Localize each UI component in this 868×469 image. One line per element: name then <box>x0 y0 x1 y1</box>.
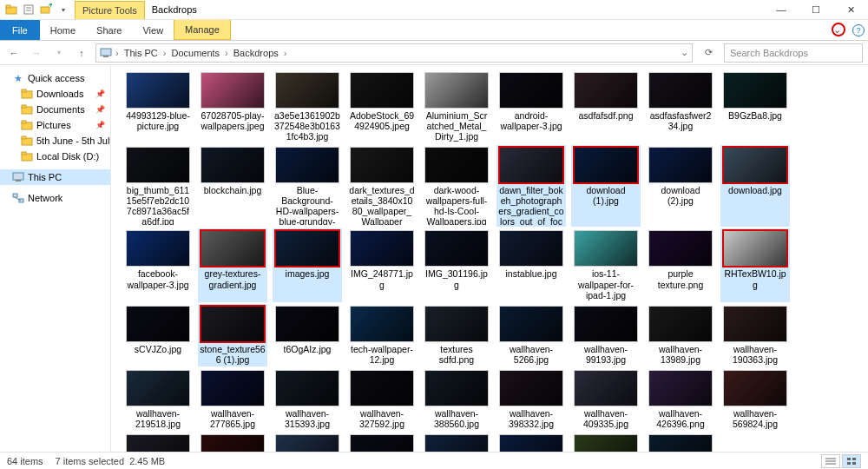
file-tile[interactable]: wallhaven-315393.jpg <box>273 368 342 431</box>
view-thumbnails-button[interactable] <box>842 454 861 468</box>
back-button[interactable]: ← <box>5 44 23 62</box>
file-tile[interactable]: wallhaven-327592.jpg <box>347 368 417 431</box>
file-tile[interactable]: download (2).jpg <box>646 145 715 227</box>
file-tile[interactable]: wallhaven-277865.jpg <box>198 368 267 431</box>
file-tile[interactable]: wallhaven-190363.jpg <box>720 304 790 367</box>
file-tile[interactable]: AdobeStock_694924905.jpeg <box>347 70 417 143</box>
file-tile[interactable]: purple texture.png <box>646 228 715 301</box>
history-dropdown-icon[interactable]: ⌄ <box>679 47 690 58</box>
search-input[interactable]: Search Backdrops <box>724 43 863 63</box>
up-button[interactable]: ↑ <box>73 44 90 62</box>
file-tile[interactable]: download.jpg <box>720 145 790 227</box>
thumbnail <box>499 306 563 342</box>
file-tile[interactable]: wallpaper Coloured.png <box>273 433 342 452</box>
file-tile[interactable]: Aluminium_Scratched_Metal_Dirty_1.jpg <box>422 70 491 143</box>
file-tile[interactable]: wallhaven-5266.jpg <box>496 304 566 367</box>
file-tile[interactable]: wallhaven-13989.jpg <box>646 304 715 367</box>
ribbon-expand-icon[interactable]: ⌄ <box>825 20 849 40</box>
file-tile[interactable]: windows-wallpaper-8.jpg <box>646 433 715 452</box>
sidebar-network[interactable]: Network <box>0 190 110 206</box>
file-tile[interactable]: wallhaven-219518.jpg <box>123 368 193 431</box>
file-tile[interactable]: dawn_filter_bokeh_photographers_gradient… <box>496 145 566 227</box>
pc-icon <box>98 45 114 61</box>
crumb-documents[interactable]: Documents <box>168 48 223 58</box>
tab-manage[interactable]: Manage <box>174 20 231 40</box>
chevron-right-icon[interactable]: › <box>223 48 230 58</box>
forward-button[interactable]: → <box>28 44 45 62</box>
file-tile[interactable]: ios-11-wallpaper-for-ipad-1.jpg <box>571 228 641 301</box>
file-tile[interactable]: blockchain.jpg <box>198 145 267 227</box>
refresh-button[interactable]: ⟳ <box>698 47 719 58</box>
file-tile[interactable]: windows_10_hero_inspired_wallpaper_by_sc… <box>496 433 566 452</box>
file-tile[interactable]: wallhaven-388560.jpg <box>422 368 491 431</box>
file-tile[interactable]: Blue-Background-HD-wallpapers-blue-grund… <box>273 145 342 227</box>
tab-share[interactable]: Share <box>86 20 132 40</box>
sidebar-item-label: 5th June - 5th July <box>36 135 111 146</box>
file-tile[interactable]: wallpaper-song-whnnnnggg-uinkxx-dubstep-… <box>347 433 417 452</box>
file-tile[interactable]: wallhaven-580705.png <box>198 433 267 452</box>
file-tile[interactable]: 44993129-blue-picture.jpg <box>123 70 193 143</box>
file-tile[interactable]: images.jpg <box>273 228 342 301</box>
file-tile[interactable]: wallhaven-569824.jpg <box>720 368 790 431</box>
chevron-right-icon[interactable]: › <box>114 48 121 58</box>
crumb-backdrops[interactable]: Backdrops <box>230 48 282 58</box>
close-button[interactable]: ✕ <box>833 0 868 19</box>
file-tile[interactable]: B9GzBa8.jpg <box>720 70 790 143</box>
tab-home[interactable]: Home <box>40 20 86 40</box>
file-list[interactable]: 44993129-blue-picture.jpg67028705-play-w… <box>111 65 868 452</box>
file-tile[interactable]: t6OgAIz.jpg <box>273 304 342 367</box>
sidebar-item[interactable]: Downloads📌 <box>0 86 110 102</box>
recent-dropdown-icon[interactable]: ▾ <box>50 44 68 62</box>
file-tile[interactable]: asdfasfasfwer234.jpg <box>646 70 715 143</box>
window-title: Backdrops <box>145 0 764 19</box>
chevron-right-icon[interactable]: › <box>161 48 168 58</box>
file-tile[interactable]: IMG_301196.jpg <box>422 228 491 301</box>
file-tile[interactable]: IMG_248771.jpg <box>347 228 417 301</box>
sidebar-this-pc[interactable]: This PC <box>0 169 110 185</box>
sidebar-item[interactable]: Pictures📌 <box>0 117 110 133</box>
sidebar-item[interactable]: Documents📌 <box>0 102 110 117</box>
sidebar-quick-access[interactable]: ★Quick access <box>0 70 110 86</box>
file-tile[interactable]: Win10TP.png <box>422 433 491 452</box>
chevron-right-icon[interactable]: › <box>282 48 289 58</box>
folder-icon <box>21 119 33 131</box>
file-tile[interactable]: facebook-wallpaper-3.jpg <box>123 228 193 301</box>
file-tile[interactable]: windows_field_grass_operating_system_743… <box>571 433 641 452</box>
file-tile[interactable]: RHTexBW10.jpg <box>720 228 790 301</box>
view-details-button[interactable] <box>821 454 840 468</box>
minimize-button[interactable]: — <box>764 0 799 19</box>
help-button[interactable]: ? <box>849 20 868 40</box>
file-tile[interactable]: textures sdfd.png <box>422 304 491 367</box>
file-tile[interactable]: grey-textures-gradient.jpg <box>198 228 267 301</box>
file-tile[interactable]: sCVJZo.jpg <box>123 304 193 367</box>
file-name: dark_textures_details_3840x1080_wallpape… <box>349 183 415 225</box>
file-tile[interactable]: asdfafsdf.png <box>571 70 641 143</box>
file-tile[interactable]: wallhaven-398332.jpg <box>496 368 566 431</box>
tab-view[interactable]: View <box>132 20 174 40</box>
file-tile[interactable]: download (1).jpg <box>571 145 641 227</box>
file-name: instablue.jpg <box>506 267 557 279</box>
file-tile[interactable]: wallhaven-426396.png <box>646 368 715 431</box>
new-folder-icon[interactable]: ✶ <box>38 2 54 17</box>
file-tile[interactable]: dark_textures_details_3840x1080_wallpape… <box>347 145 417 227</box>
maximize-button[interactable]: ☐ <box>799 0 833 19</box>
file-tile[interactable]: stone_texture566 (1).jpg <box>198 304 267 367</box>
properties-icon[interactable] <box>21 2 36 17</box>
file-tile[interactable]: instablue.jpg <box>496 228 566 301</box>
file-tile[interactable]: wallhaven-99193.jpg <box>571 304 641 367</box>
file-tile[interactable]: android-wallpaper-3.jpg <box>496 70 566 143</box>
thumbnail <box>574 147 638 183</box>
file-tile[interactable]: dark-wood-wallpapers-full-hd-Is-Cool-Wal… <box>422 145 491 227</box>
sidebar-item[interactable]: Local Disk (D:) <box>0 149 110 164</box>
file-tile[interactable]: tech-wallpaper-12.jpg <box>347 304 417 367</box>
file-tile[interactable]: big_thumb_61115e5f7eb2dc107c8971a36ac5fa… <box>123 145 193 227</box>
file-tile[interactable]: wallhaven-578057.jpg <box>123 433 193 452</box>
file-tile[interactable]: wallhaven-409335.jpg <box>571 368 641 431</box>
file-tile[interactable]: 67028705-play-wallpapers.jpeg <box>198 70 267 143</box>
qat-dropdown-icon[interactable]: ▾ <box>56 2 71 17</box>
file-tab[interactable]: File <box>0 20 40 40</box>
breadcrumb[interactable]: › This PC › Documents › Backdrops › ⌄ <box>95 43 693 63</box>
crumb-thispc[interactable]: This PC <box>121 48 161 58</box>
file-tile[interactable]: a3e5e1361902b372548e3b01631fc4b3.jpg <box>273 70 342 143</box>
sidebar-item[interactable]: 5th June - 5th July <box>0 133 110 149</box>
